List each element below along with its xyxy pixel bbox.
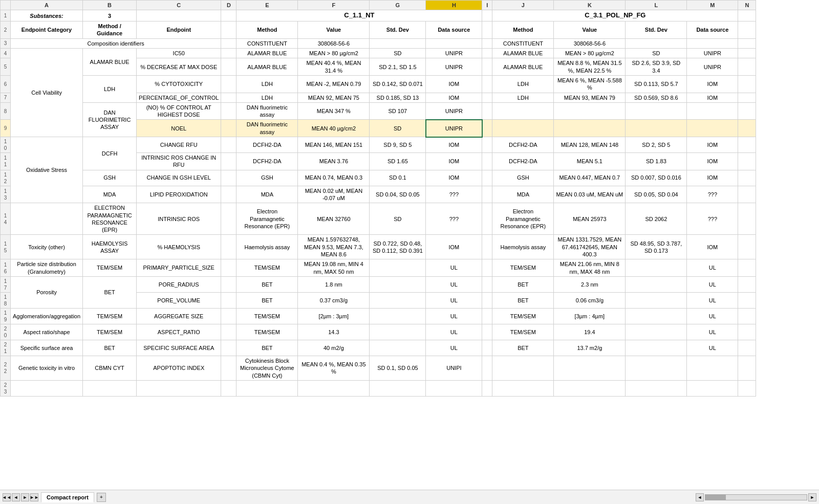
col-header-g[interactable]: G [370,1,426,10]
row-num-12: 12 [1,170,11,186]
row-20: 20 Aspect ratio/shape TEM/SEM ASPECT_RAT… [1,324,756,340]
cell-c20: ASPECT_RATIO [137,324,221,340]
row-num-7: 7 [1,93,11,102]
cell-h14: ??? [426,203,482,235]
col-header-l[interactable]: L [626,1,687,10]
cell-j10: DCFH2-DA [492,137,554,153]
cell-h2: Data source [426,21,482,39]
cell-f19: [2µm : 3µm] [298,308,370,324]
cell-a16: Particle size distribution (Granulometry… [11,259,83,277]
sheet-tab-compact-report[interactable]: Compact report [41,492,94,502]
cell-h16: UL [426,259,482,277]
cell-d14 [221,203,236,235]
cell-a17: Porosity [11,276,83,308]
cell-b15: HAEMOLYSIS ASSAY [83,235,137,259]
cell-c2: Endpoint [137,21,221,39]
cell-h21: UL [426,340,482,356]
cell-e5: ALAMAR BLUE [236,58,298,76]
cell-c17: PORE_RADIUS [137,276,221,292]
cell-l9 [626,120,687,137]
cell-l3 [626,38,687,48]
col-header-a[interactable]: A [11,1,83,10]
col-header-d[interactable]: D [221,1,236,10]
cell-b13: MDA [83,186,137,203]
nav-last-sheet[interactable]: ►► [30,493,38,501]
cell-l7: SD 0.569, SD 8.6 [626,93,687,102]
cell-n2 [738,21,756,39]
col-header-c[interactable]: C [137,1,221,10]
cell-a15: Toxicity (other) [11,235,83,259]
col-header-m[interactable]: M [687,1,738,10]
cell-a21: Specific surface area [11,340,83,356]
cell-d3 [221,38,236,48]
cell-l16 [626,259,687,277]
cell-k9 [554,120,626,137]
col-header-h[interactable]: H [426,1,482,10]
cell-j23 [492,380,554,396]
cell-e12: GSH [236,170,298,186]
col-header-i[interactable]: I [482,1,492,10]
cell-i21 [482,340,492,356]
col-header-k[interactable]: K [554,1,626,10]
cell-f2: Value [298,21,370,39]
nav-prev-sheet[interactable]: ◄ [12,493,20,501]
nav-first-sheet[interactable]: ◄◄ [3,493,11,501]
cell-e18: BET [236,292,298,308]
col-header-n[interactable]: N [738,1,756,10]
cell-d4 [221,49,236,58]
cell-j12: GSH [492,170,554,186]
cell-d12 [221,170,236,186]
cell-d7 [221,93,236,102]
row-3: 3 Composition identifiers CONSTITUENT 30… [1,38,756,48]
cell-l15: SD 48.95, SD 3.787, SD 0.173 [626,235,687,259]
cell-j18: BET [492,292,554,308]
cell-c15: % HAEMOLYSIS [137,235,221,259]
col-header-e[interactable]: E [236,1,298,10]
cell-k3: 308068-56-6 [554,38,626,48]
cell-l17 [626,276,687,292]
cell-k17: 2.3 nm [554,276,626,292]
col-header-f[interactable]: F [298,1,370,10]
row-6: 6 LDH % CYTOTOXICITY LDH MEAN -2, MEAN 0… [1,75,756,93]
cell-e4: ALAMAR BLUE [236,49,298,58]
cell-n5 [738,58,756,76]
cell-n15 [738,235,756,259]
cell-i6 [482,75,492,93]
cell-k7: MEAN 93, MEAN 79 [554,93,626,102]
cell-k15: MEAN 1331.7529, MEAN 67.461742645, MEAN … [554,235,626,259]
cell-d11 [221,153,236,170]
cell-e20: TEM/SEM [236,324,298,340]
cell-n10 [738,137,756,153]
row-num-4: 4 [1,49,11,58]
cell-l2: Std. Dev [626,21,687,39]
horizontal-scrollbar[interactable] [705,494,807,500]
sheet-tab-extra[interactable]: + [97,493,106,502]
cell-f8: MEAN 347 % [298,102,370,120]
cell-j5: ALAMAR BLUE [492,58,554,76]
scroll-left-btn[interactable]: ◄ [696,493,704,501]
cell-b16: TEM/SEM [83,259,137,277]
cell-g21 [370,340,426,356]
cell-h12: IOM [426,170,482,186]
scroll-right-btn[interactable]: ► [808,493,816,501]
cell-l6: SD 0.113, SD 5.7 [626,75,687,93]
cell-g6: SD 0.142, SD 0.071 [370,75,426,93]
cell-e15: Haemolysis assay [236,235,298,259]
cell-n7 [738,93,756,102]
col-header-b[interactable]: B [83,1,137,10]
cell-h10: IOM [426,137,482,153]
cell-e2: Method [236,21,298,39]
cell-c22: APOPTOTIC INDEX [137,356,221,380]
cell-k20: 19.4 [554,324,626,340]
row-num-9: 9 [1,120,11,137]
cell-j17: BET [492,276,554,292]
col-header-j[interactable]: J [492,1,554,10]
cell-k18: 0.06 cm3/g [554,292,626,308]
cell-g11: SD 1.65 [370,153,426,170]
nav-next-sheet[interactable]: ► [21,493,29,501]
cell-m22 [687,356,738,380]
cell-k4: MEAN > 80 µg/cm2 [554,49,626,58]
cell-n1 [738,10,756,21]
cell-j7: LDH [492,93,554,102]
cell-m5: UNIPR [687,58,738,76]
